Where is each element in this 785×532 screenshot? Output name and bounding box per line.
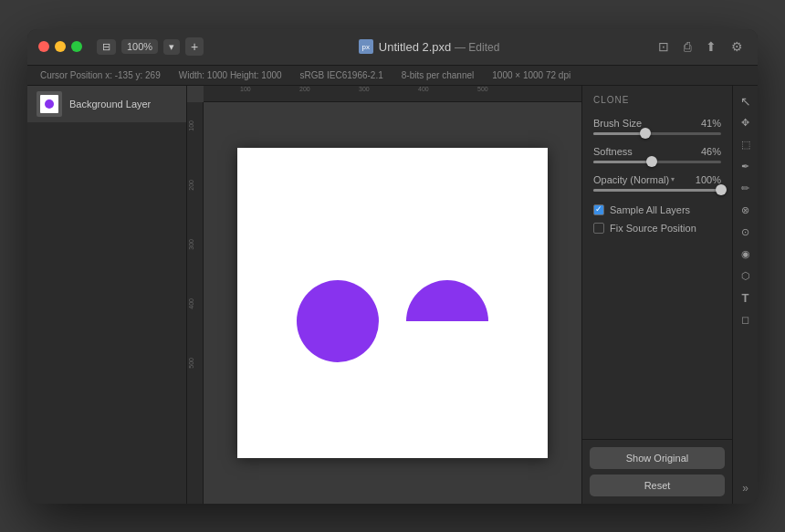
window-title: Untitled 2.pxd — Edited bbox=[379, 40, 499, 54]
layers-panel: Background Layer bbox=[27, 86, 187, 504]
checkbox-check-icon: ✓ bbox=[595, 205, 602, 214]
softness-track[interactable] bbox=[593, 161, 721, 163]
opacity-dropdown[interactable]: Opacity (Normal) ▾ bbox=[593, 174, 675, 185]
ruler-v-content: 100 200 300 400 500 bbox=[187, 102, 203, 504]
clone-tool-right[interactable]: ⊙ bbox=[736, 223, 756, 243]
canvas-document[interactable] bbox=[237, 148, 548, 458]
opacity-thumb[interactable] bbox=[716, 184, 727, 195]
opacity-label: Opacity (Normal) bbox=[593, 174, 669, 185]
fix-source-position-checkbox[interactable] bbox=[593, 223, 604, 234]
tools-right-panel: ↖ ✥ ⬚ ✒ ✏ ⊗ ⊙ ◉ ⬡ T ◻ » bbox=[732, 86, 758, 504]
select-tool-right[interactable]: ↖ bbox=[736, 91, 756, 111]
panel-icon: ⊟ bbox=[102, 41, 110, 53]
canvas-dimensions: Width: 1000 Height: 1000 bbox=[179, 70, 282, 80]
opacity-row: Opacity (Normal) ▾ 100% bbox=[593, 174, 721, 192]
opacity-fill bbox=[593, 189, 721, 192]
file-icon: px bbox=[359, 39, 373, 54]
ruler-horizontal: 100 200 300 400 500 bbox=[204, 86, 581, 102]
panel-toggle-button[interactable]: ⊟ bbox=[97, 39, 116, 55]
maximize-button[interactable] bbox=[71, 41, 82, 52]
ruler-v-tick-500: 500 bbox=[188, 358, 194, 369]
dodge-tool-right[interactable]: ⬡ bbox=[736, 266, 756, 287]
export-icon-btn[interactable]: ⬆ bbox=[702, 37, 720, 56]
brush-size-thumb[interactable] bbox=[640, 128, 651, 139]
titlebar-center: px Untitled 2.pxd — Edited bbox=[211, 39, 647, 54]
add-tab-button[interactable]: + bbox=[185, 37, 204, 56]
circle-left bbox=[297, 280, 379, 362]
crop-icon-btn[interactable]: ⊡ bbox=[654, 37, 673, 56]
brush-size-row: Brush Size 41% bbox=[593, 118, 721, 135]
softness-thumb[interactable] bbox=[646, 156, 657, 167]
opacity-label-row: Opacity (Normal) ▾ 100% bbox=[593, 174, 721, 185]
canvas-content bbox=[204, 102, 581, 504]
circle-right-cut bbox=[406, 321, 488, 362]
pen-tool-right[interactable]: ✒ bbox=[736, 157, 756, 177]
marquee-tool-right[interactable]: ⬚ bbox=[736, 135, 756, 155]
ruler-vertical: 100 200 300 400 500 bbox=[187, 102, 204, 504]
bit-depth: 8-bits per channel bbox=[402, 70, 475, 80]
heal-tool-right[interactable]: ⊗ bbox=[736, 201, 756, 221]
softness-fill bbox=[593, 161, 652, 163]
opacity-value: 100% bbox=[696, 174, 721, 185]
brush-size-value: 41% bbox=[701, 118, 721, 129]
ruler-h-tick-500: 500 bbox=[477, 86, 488, 92]
ruler-h-tick-400: 400 bbox=[418, 86, 429, 92]
ruler-h-tick-200: 200 bbox=[299, 86, 310, 92]
cursor-position: Cursor Position x: -135 y: 269 bbox=[40, 70, 161, 80]
clone-section: CLONE Brush Size 41% Softness bbox=[582, 86, 732, 439]
view-controls: ⊟ 100% ▾ + bbox=[97, 37, 204, 56]
softness-row: Softness 46% bbox=[593, 146, 721, 163]
settings-icon-btn[interactable]: ⚙ bbox=[727, 37, 747, 56]
reset-button[interactable]: Reset bbox=[590, 475, 725, 496]
layer-thumb-circle bbox=[45, 99, 54, 109]
brush-size-label: Brush Size bbox=[593, 118, 642, 129]
layer-thumbnail bbox=[37, 91, 62, 117]
panel-expand-button[interactable]: » bbox=[736, 478, 756, 498]
ruler-h-tick-300: 300 bbox=[359, 86, 370, 92]
ruler-v-tick-200: 200 bbox=[188, 180, 194, 191]
opacity-track[interactable] bbox=[593, 189, 721, 192]
layer-name: Background Layer bbox=[69, 99, 151, 110]
ruler-v-tick-100: 100 bbox=[188, 120, 194, 131]
brush-size-fill bbox=[593, 132, 645, 135]
softness-label: Softness bbox=[593, 146, 633, 157]
type-tool-right[interactable]: T bbox=[736, 288, 756, 308]
ruler-v-tick-400: 400 bbox=[188, 298, 194, 309]
fix-source-position-row[interactable]: Fix Source Position bbox=[593, 223, 721, 234]
ruler-h-tick-100: 100 bbox=[240, 86, 251, 92]
softness-value: 46% bbox=[701, 146, 721, 157]
infobar: Cursor Position x: -135 y: 269 Width: 10… bbox=[27, 66, 758, 86]
close-button[interactable] bbox=[38, 41, 49, 52]
show-original-button[interactable]: Show Original bbox=[590, 447, 725, 469]
layer-item[interactable]: Background Layer bbox=[27, 86, 186, 122]
fix-source-position-label: Fix Source Position bbox=[610, 223, 696, 234]
brush-size-track[interactable] bbox=[593, 132, 721, 135]
main-content: Background Layer 100 200 300 400 500 100… bbox=[27, 86, 758, 504]
opacity-dropdown-arrow: ▾ bbox=[671, 175, 675, 183]
sample-all-layers-checkbox[interactable]: ✓ bbox=[593, 204, 604, 215]
canvas-area[interactable]: 100 200 300 400 500 100 200 300 400 500 bbox=[187, 86, 581, 504]
circle-right bbox=[406, 280, 488, 362]
titlebar-right: ⊡ ⎙ ⬆ ⚙ bbox=[654, 37, 747, 56]
clone-title: CLONE bbox=[593, 95, 721, 105]
traffic-lights bbox=[38, 41, 82, 52]
clone-panel: CLONE Brush Size 41% Softness bbox=[581, 86, 732, 504]
file-name: Untitled 2.pxd bbox=[379, 40, 452, 54]
ruler-h-content: 100 200 300 400 500 bbox=[204, 86, 581, 99]
edit-status: — Edited bbox=[455, 41, 499, 54]
smudge-tool-right[interactable]: ◉ bbox=[736, 245, 756, 265]
share-icon-btn[interactable]: ⎙ bbox=[680, 37, 695, 56]
sample-all-layers-label: Sample All Layers bbox=[610, 204, 690, 215]
main-window: ⊟ 100% ▾ + px Untitled 2.pxd — Edited ⊡ … bbox=[27, 29, 758, 504]
cursor-tool-right[interactable]: ✥ bbox=[736, 113, 756, 133]
zoom-display: 100% bbox=[121, 39, 158, 54]
color-profile: sRGB IEC61966-2.1 bbox=[300, 70, 383, 80]
shape-tool-right[interactable]: ◻ bbox=[736, 310, 756, 330]
zoom-dropdown-button[interactable]: ▾ bbox=[163, 39, 180, 55]
brush-tool-right[interactable]: ✏ bbox=[736, 179, 756, 199]
panel-bottom: Show Original Reset bbox=[582, 439, 732, 504]
minimize-button[interactable] bbox=[55, 41, 66, 52]
sample-all-layers-row[interactable]: ✓ Sample All Layers bbox=[593, 204, 721, 215]
resolution: 1000 × 1000 72 dpi bbox=[492, 70, 570, 80]
softness-label-row: Softness 46% bbox=[593, 146, 721, 157]
